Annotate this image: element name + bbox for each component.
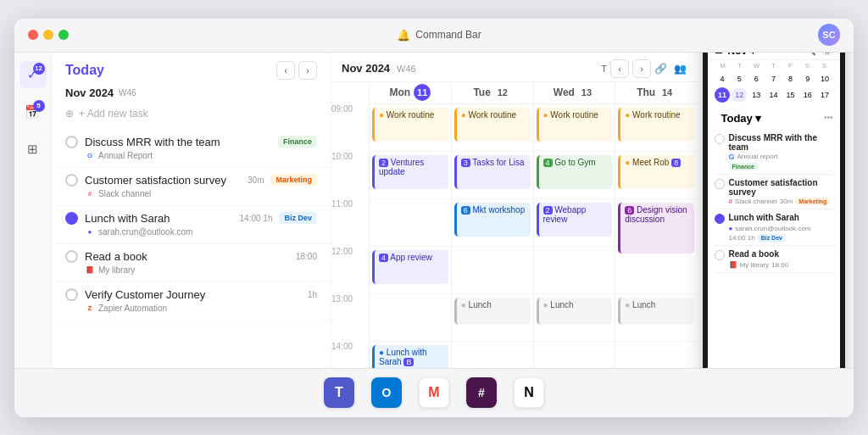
email-icon-small: ● bbox=[729, 225, 733, 232]
phone-checkbox[interactable] bbox=[715, 134, 725, 144]
day-label: Thu bbox=[637, 86, 655, 98]
prev-button[interactable]: ‹ bbox=[276, 61, 295, 80]
day-slots-wed: ● Work routine 4 Go to Gym 2 Webapp revi… bbox=[534, 104, 615, 368]
mini-date[interactable]: 6 bbox=[748, 71, 764, 86]
book-icon-small: 📕 bbox=[729, 261, 737, 269]
day-number: 13 bbox=[578, 84, 595, 101]
calendar-event[interactable]: ● Work routine bbox=[537, 108, 613, 142]
calendar-event[interactable]: 4 Go to Gym bbox=[537, 155, 613, 189]
calendar-event[interactable]: 2 Ventures update bbox=[372, 155, 448, 189]
calendar-event-lunch-sarah[interactable]: ● Lunch with Sarah B bbox=[372, 345, 448, 368]
phone-task-item[interactable]: Lunch with Sarah ● sarah.crun@outlook.co… bbox=[715, 209, 833, 246]
close-button[interactable] bbox=[28, 30, 38, 40]
calendar-event-lunch[interactable]: ● Lunch bbox=[454, 298, 531, 325]
task-checkbox[interactable] bbox=[65, 136, 78, 148]
add-task-label: + Add new task bbox=[79, 108, 148, 120]
cal-prev-button[interactable]: ‹ bbox=[610, 59, 629, 78]
calendar-event[interactable]: ● Work routine bbox=[454, 108, 531, 142]
calendar-event[interactable]: 6 Mkt workshop bbox=[454, 203, 531, 237]
time-slot: 09:00 bbox=[331, 104, 369, 152]
mini-date[interactable]: 10 bbox=[817, 71, 832, 86]
calendar-grid: 09:00 10:00 11:00 12:00 13:00 14:00 15:0… bbox=[331, 82, 697, 368]
titlebar-center: 🔔 Command Bar bbox=[69, 29, 810, 42]
mini-date[interactable]: 13 bbox=[748, 87, 764, 103]
teams-icon[interactable]: T bbox=[324, 377, 354, 408]
task-item[interactable]: Read a book 18:00 📕 My library bbox=[52, 244, 331, 282]
next-button[interactable]: › bbox=[298, 61, 317, 80]
tag-bizdev: Biz Dev bbox=[279, 212, 317, 224]
mini-date[interactable]: 16 bbox=[800, 87, 815, 103]
cal-month: Nov 2024 bbox=[342, 62, 390, 75]
gmail-icon[interactable]: M bbox=[419, 377, 449, 408]
mini-date[interactable]: 15 bbox=[783, 87, 798, 103]
mini-date[interactable]: 9 bbox=[800, 71, 815, 86]
task-item[interactable]: Discuss MRR with the team Finance G Annu… bbox=[52, 130, 331, 168]
phone-task-title: Lunch with Sarah bbox=[729, 213, 799, 222]
task-checkbox[interactable] bbox=[65, 250, 78, 263]
search-icon[interactable]: 🔍 bbox=[804, 53, 816, 57]
mini-date-selected[interactable]: 12 bbox=[732, 87, 747, 103]
cal-next-button[interactable]: › bbox=[632, 59, 651, 78]
people-icon[interactable]: 👥 bbox=[674, 63, 687, 75]
date-row: Nov 2024 W46 bbox=[52, 85, 331, 104]
calendar-event-lunch[interactable]: ● Lunch bbox=[618, 298, 694, 325]
day-slots-mon: ● Work routine 2 Ventures update 4 App r… bbox=[370, 104, 451, 368]
grid-icon: ⊞ bbox=[27, 142, 38, 157]
google-icon-small: G bbox=[729, 153, 735, 161]
task-title: Discuss MRR with the team bbox=[85, 136, 271, 148]
day-label: Mon bbox=[390, 86, 411, 98]
phone-task-list: Discuss MRR with the team G Annual repor… bbox=[708, 128, 840, 368]
calendar-event[interactable]: ● Meet Rob 8 bbox=[618, 155, 694, 189]
task-checkbox[interactable] bbox=[65, 174, 78, 187]
mini-date[interactable]: 14 bbox=[765, 87, 781, 103]
cal-icon[interactable]: 📅 bbox=[821, 53, 833, 57]
add-task-row[interactable]: ⊕ + Add new task bbox=[52, 104, 331, 126]
phone-task-item[interactable]: Read a book 📕 My library 18:00 bbox=[715, 246, 833, 273]
minimize-button[interactable] bbox=[43, 30, 53, 40]
phone-checkbox[interactable] bbox=[715, 214, 725, 224]
task-panel-header: Today ‹ › bbox=[52, 53, 331, 85]
notion-icon[interactable]: N bbox=[514, 377, 544, 408]
calendar-header: Nov 2024 W46 T ‹ › 🔗 👥 bbox=[331, 53, 697, 82]
email-icon: ● bbox=[85, 227, 95, 237]
calendar-event-lunch[interactable]: ● Lunch bbox=[537, 298, 613, 325]
task-item[interactable]: Verify Customer Journey 1h Z Zapier Auto… bbox=[52, 282, 331, 321]
tag-finance: Finance bbox=[278, 136, 317, 148]
task-checkbox[interactable] bbox=[65, 288, 78, 301]
outlook-icon[interactable]: O bbox=[371, 377, 402, 408]
phone-task-item[interactable]: Discuss MRR with the team G Annual repor… bbox=[715, 130, 833, 175]
plus-icon: ⊕ bbox=[65, 108, 74, 120]
calendar-event[interactable]: 4 App review bbox=[372, 250, 448, 284]
more-icon[interactable]: ••• bbox=[824, 113, 833, 122]
avatar[interactable]: SC bbox=[818, 24, 840, 46]
sidebar-item-calendar[interactable]: 📅 5 bbox=[19, 98, 47, 125]
calendar-event[interactable]: 2 Webapp review bbox=[537, 203, 613, 237]
sidebar-item-grid[interactable]: ⊞ bbox=[19, 136, 47, 163]
slack-app-icon[interactable]: # bbox=[466, 377, 497, 408]
time-slot: 10:00 bbox=[331, 152, 369, 199]
maximize-button[interactable] bbox=[58, 30, 69, 40]
calendar-event[interactable]: 6 Design vision discussion bbox=[618, 203, 694, 254]
task-item[interactable]: Lunch with Sarah 14:00 1h Biz Dev ● sara… bbox=[52, 206, 331, 244]
task-checkbox[interactable] bbox=[65, 212, 78, 225]
calendar-event[interactable]: ● Work routine bbox=[618, 108, 694, 142]
phone-checkbox[interactable] bbox=[715, 179, 725, 189]
phone-time: 14:00 1h bbox=[729, 234, 755, 242]
current-date: Nov 2024 bbox=[65, 86, 114, 99]
phone-task-item[interactable]: Customer satisfaction survey # Slack cha… bbox=[715, 175, 833, 209]
mini-date[interactable]: 4 bbox=[715, 71, 730, 86]
sidebar-item-tasks[interactable]: ✓ 12 bbox=[19, 61, 47, 88]
day-number-today: 11 bbox=[414, 84, 431, 101]
calendar-event[interactable]: 3 Tasks for Lisa bbox=[454, 155, 531, 189]
mini-date-today[interactable]: 11 bbox=[715, 87, 730, 103]
mini-date[interactable]: 5 bbox=[732, 71, 747, 86]
mini-date[interactable]: 7 bbox=[765, 71, 781, 86]
event-dot: ● bbox=[379, 348, 384, 357]
calendar-event[interactable]: ● Work routine bbox=[372, 108, 448, 142]
hamburger-icon[interactable]: ☰ bbox=[715, 53, 723, 57]
link-icon[interactable]: 🔗 bbox=[654, 63, 667, 75]
task-item[interactable]: Customer satisfaction survey 30m Marketi… bbox=[52, 168, 331, 206]
phone-checkbox[interactable] bbox=[715, 250, 725, 260]
mini-date[interactable]: 8 bbox=[783, 71, 798, 86]
mini-date[interactable]: 17 bbox=[817, 87, 832, 103]
